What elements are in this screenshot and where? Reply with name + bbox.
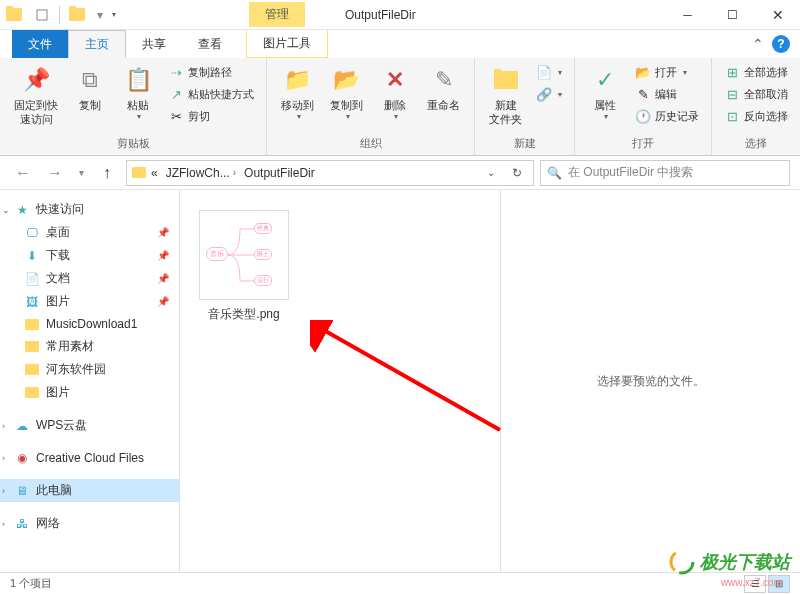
star-icon: ★ xyxy=(14,202,30,218)
navigation-pane: ⌄★快速访问 🖵桌面📌 ⬇下载📌 📄文档📌 🖼图片📌 MusicDownload… xyxy=(0,190,180,572)
select-none-icon: ⊟ xyxy=(724,86,740,102)
sidebar-item[interactable]: 常用素材 xyxy=(0,335,179,358)
edit-button[interactable]: ✎编辑 xyxy=(631,84,703,104)
paste-shortcut-button[interactable]: ↗粘贴快捷方式 xyxy=(164,84,258,104)
file-list-pane[interactable]: 音乐 经典 爵士 流行 音乐类型.png xyxy=(180,190,500,572)
desktop-icon: 🖵 xyxy=(24,225,40,241)
address-dropdown[interactable]: ⌄ xyxy=(479,161,503,185)
sidebar-item-documents[interactable]: 📄文档📌 xyxy=(0,267,179,290)
select-all-button[interactable]: ⊞全部选择 xyxy=(720,62,792,82)
ribbon-group-open: ✓ 属性 ▾ 📂打开▾ ✎编辑 🕐历史记录 打开 xyxy=(575,58,712,155)
sidebar-item[interactable]: 图片 xyxy=(0,381,179,404)
tab-home[interactable]: 主页 xyxy=(68,30,126,58)
watermark: 极光下载站 xyxy=(668,548,790,576)
qat-customize[interactable]: ▾ xyxy=(109,3,119,27)
cut-button[interactable]: ✂剪切 xyxy=(164,106,258,126)
chevron-down-icon: ▾ xyxy=(346,112,350,121)
sidebar-wps[interactable]: ›☁WPS云盘 xyxy=(0,414,179,437)
ribbon-tabs: 文件 主页 共享 查看 图片工具 ⌃ ? xyxy=(0,30,800,58)
new-folder-button[interactable]: 新建 文件夹 xyxy=(483,62,528,129)
sidebar-item-pictures[interactable]: 🖼图片📌 xyxy=(0,290,179,313)
sidebar-quick-access[interactable]: ⌄★快速访问 xyxy=(0,198,179,221)
sidebar-item[interactable]: MusicDownload1 xyxy=(0,313,179,335)
new-item-button[interactable]: 📄▾ xyxy=(532,62,566,82)
copy-to-icon: 📂 xyxy=(331,64,363,96)
open-icon: 📂 xyxy=(635,64,651,80)
close-button[interactable]: ✕ xyxy=(755,0,800,30)
qat-folder[interactable] xyxy=(65,3,89,27)
qat-item[interactable]: ▾ xyxy=(93,3,107,27)
breadcrumb[interactable]: « xyxy=(147,166,162,180)
item-count: 1 个项目 xyxy=(10,576,52,591)
history-button[interactable]: 🕐历史记录 xyxy=(631,106,703,126)
content-area: ⌄★快速访问 🖵桌面📌 ⬇下载📌 📄文档📌 🖼图片📌 MusicDownload… xyxy=(0,190,800,572)
copy-icon: ⧉ xyxy=(74,64,106,96)
search-box[interactable]: 🔍 在 OutputFileDir 中搜索 xyxy=(540,160,790,186)
breadcrumb[interactable]: OutputFileDir xyxy=(240,166,319,180)
folder-icon xyxy=(24,362,40,378)
breadcrumb[interactable]: JZFlowCh...› xyxy=(162,166,240,180)
help-button[interactable]: ? xyxy=(772,35,790,53)
file-item[interactable]: 音乐 经典 爵士 流行 音乐类型.png xyxy=(196,210,292,323)
qat-item[interactable] xyxy=(30,3,54,27)
new-folder-icon xyxy=(490,64,522,96)
forward-button[interactable]: → xyxy=(42,160,68,186)
folder-icon xyxy=(24,339,40,355)
chevron-down-icon: ▾ xyxy=(604,112,608,121)
open-button[interactable]: 📂打开▾ xyxy=(631,62,703,82)
ribbon-collapse-icon[interactable]: ⌃ xyxy=(752,36,764,52)
properties-button[interactable]: ✓ 属性 ▾ xyxy=(583,62,627,123)
cc-icon: ◉ xyxy=(14,450,30,466)
back-button[interactable]: ← xyxy=(10,160,36,186)
scissors-icon: ✂ xyxy=(168,108,184,124)
sidebar-item-downloads[interactable]: ⬇下载📌 xyxy=(0,244,179,267)
copy-path-button[interactable]: ⇢复制路径 xyxy=(164,62,258,82)
chevron-down-icon: ▾ xyxy=(394,112,398,121)
ribbon-group-organize: 📁 移动到 ▾ 📂 复制到 ▾ ✕ 删除 ▾ ✎ 重命名 组织 xyxy=(267,58,475,155)
path-icon: ⇢ xyxy=(168,64,184,80)
pin-to-quick-access-button[interactable]: 📌 固定到快 速访问 xyxy=(8,62,64,129)
chevron-down-icon: ▾ xyxy=(297,112,301,121)
invert-selection-button[interactable]: ⊡反向选择 xyxy=(720,106,792,126)
paste-icon: 📋 xyxy=(122,64,154,96)
search-icon: 🔍 xyxy=(547,166,562,180)
ribbon-group-new: 新建 文件夹 📄▾ 🔗▾ 新建 xyxy=(475,58,575,155)
move-to-button[interactable]: 📁 移动到 ▾ xyxy=(275,62,320,123)
file-thumbnail: 音乐 经典 爵士 流行 xyxy=(199,210,289,300)
easy-access-button[interactable]: 🔗▾ xyxy=(532,84,566,104)
rename-icon: ✎ xyxy=(428,64,460,96)
tab-file[interactable]: 文件 xyxy=(12,30,68,58)
pictures-icon: 🖼 xyxy=(24,294,40,310)
select-none-button[interactable]: ⊟全部取消 xyxy=(720,84,792,104)
rename-button[interactable]: ✎ 重命名 xyxy=(421,62,466,114)
window-title: OutputFileDir xyxy=(345,8,665,22)
paste-button[interactable]: 📋 粘贴 ▾ xyxy=(116,62,160,123)
edit-icon: ✎ xyxy=(635,86,651,102)
access-icon: 🔗 xyxy=(536,86,552,102)
pc-icon: 🖥 xyxy=(14,483,30,499)
tab-share[interactable]: 共享 xyxy=(126,30,182,58)
sidebar-item-desktop[interactable]: 🖵桌面📌 xyxy=(0,221,179,244)
folder-icon[interactable] xyxy=(2,3,26,27)
up-button[interactable]: ↑ xyxy=(94,160,120,186)
address-bar-row: ← → ▾ ↑ « JZFlowCh...› OutputFileDir ⌄ ↻… xyxy=(0,156,800,190)
address-bar[interactable]: « JZFlowCh...› OutputFileDir ⌄ ↻ xyxy=(126,160,534,186)
context-tab-manage: 管理 xyxy=(249,2,305,27)
refresh-button[interactable]: ↻ xyxy=(505,161,529,185)
shortcut-icon: ↗ xyxy=(168,86,184,102)
sidebar-item[interactable]: 河东软件园 xyxy=(0,358,179,381)
downloads-icon: ⬇ xyxy=(24,248,40,264)
pin-icon: 📌 xyxy=(157,273,169,284)
copy-to-button[interactable]: 📂 复制到 ▾ xyxy=(324,62,369,123)
delete-button[interactable]: ✕ 删除 ▾ xyxy=(373,62,417,123)
recent-locations[interactable]: ▾ xyxy=(74,160,88,186)
minimize-button[interactable]: ─ xyxy=(665,0,710,30)
sidebar-ccf[interactable]: ›◉Creative Cloud Files xyxy=(0,447,179,469)
sidebar-network[interactable]: ›🖧网络 xyxy=(0,512,179,535)
tab-picture-tools[interactable]: 图片工具 xyxy=(246,30,328,58)
tab-view[interactable]: 查看 xyxy=(182,30,238,58)
copy-button[interactable]: ⧉ 复制 xyxy=(68,62,112,114)
properties-icon: ✓ xyxy=(589,64,621,96)
maximize-button[interactable]: ☐ xyxy=(710,0,755,30)
sidebar-this-pc[interactable]: ›🖥此电脑 xyxy=(0,479,179,502)
